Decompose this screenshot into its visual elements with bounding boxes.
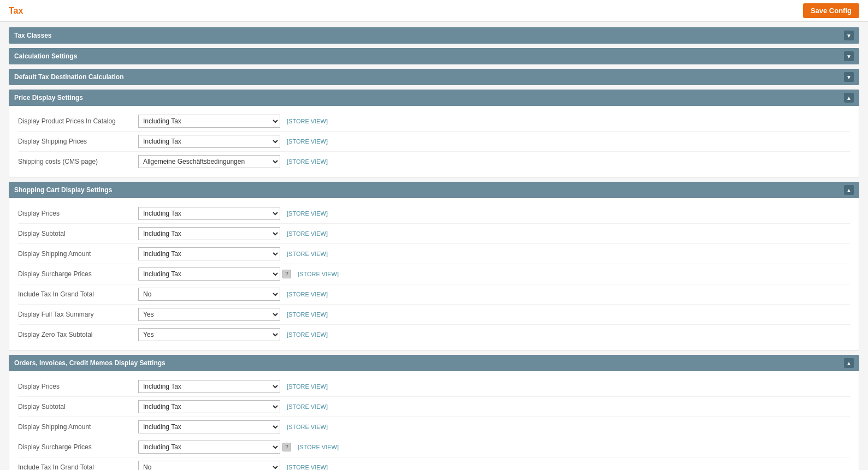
field-control-wrap-price-display-settings-0: Including TaxExcluding TaxIncluding and … bbox=[138, 115, 328, 128]
field-select-shopping-cart-display-0[interactable]: Including TaxExcluding TaxIncluding and … bbox=[138, 207, 280, 220]
section-header-tax-classes[interactable]: Tax Classes▼ bbox=[9, 27, 859, 44]
field-control-wrap-shopping-cart-display-6: YesNo[STORE VIEW] bbox=[138, 328, 328, 341]
field-select-orders-invoices-display-1[interactable]: Including TaxExcluding TaxIncluding and … bbox=[138, 400, 280, 413]
section-header-shopping-cart-display[interactable]: Shopping Cart Display Settings▲ bbox=[9, 182, 859, 198]
section-header-price-display-settings[interactable]: Price Display Settings▲ bbox=[9, 90, 859, 106]
section-toggle-orders-invoices-display[interactable]: ▲ bbox=[844, 358, 854, 368]
field-control-wrap-shopping-cart-display-3: Including TaxExcluding TaxIncluding and … bbox=[138, 267, 339, 281]
section-label-calculation-settings: Calculation Settings bbox=[14, 52, 77, 60]
store-view-link-shopping-cart-display-3[interactable]: [STORE VIEW] bbox=[298, 271, 339, 277]
field-control-wrap-orders-invoices-display-3: Including TaxExcluding TaxIncluding and … bbox=[138, 441, 339, 454]
field-select-orders-invoices-display-2[interactable]: Including TaxExcluding TaxIncluding and … bbox=[138, 420, 280, 433]
section-header-orders-invoices-display[interactable]: Orders, Invoices, Credit Memos Display S… bbox=[9, 355, 859, 371]
page-title: Tax bbox=[9, 6, 23, 16]
form-row: Display Shipping AmountIncluding TaxExcl… bbox=[18, 244, 850, 264]
save-config-button[interactable]: Save Config bbox=[803, 3, 859, 18]
field-control-wrap-orders-invoices-display-4: NoYes[STORE VIEW] bbox=[138, 461, 328, 470]
field-select-shopping-cart-display-4[interactable]: NoYes bbox=[138, 288, 280, 301]
store-view-link-price-display-settings-1[interactable]: [STORE VIEW] bbox=[287, 138, 328, 145]
section-toggle-calculation-settings[interactable]: ▼ bbox=[844, 51, 854, 61]
field-label-shopping-cart-display-0: Display Prices bbox=[18, 210, 138, 217]
store-view-link-shopping-cart-display-1[interactable]: [STORE VIEW] bbox=[287, 230, 328, 237]
form-row: Display Surcharge PricesIncluding TaxExc… bbox=[18, 437, 850, 457]
section-orders-invoices-display: Orders, Invoices, Credit Memos Display S… bbox=[9, 355, 859, 470]
field-select-shopping-cart-display-3[interactable]: Including TaxExcluding TaxIncluding and … bbox=[138, 267, 280, 281]
field-control-wrap-shopping-cart-display-4: NoYes[STORE VIEW] bbox=[138, 288, 328, 301]
store-view-link-orders-invoices-display-2[interactable]: [STORE VIEW] bbox=[287, 424, 328, 430]
field-label-price-display-settings-1: Display Shipping Prices bbox=[18, 138, 138, 145]
section-price-display-settings: Price Display Settings▲Display Product P… bbox=[9, 90, 859, 177]
form-row: Include Tax In Grand TotalNoYes[STORE VI… bbox=[18, 457, 850, 470]
main-content: Tax Classes▼Calculation Settings▼Default… bbox=[0, 22, 868, 470]
field-label-orders-invoices-display-3: Display Surcharge Prices bbox=[18, 443, 138, 451]
store-view-link-shopping-cart-display-2[interactable]: [STORE VIEW] bbox=[287, 251, 328, 257]
section-calculation-settings: Calculation Settings▼ bbox=[9, 48, 859, 64]
field-select-orders-invoices-display-3[interactable]: Including TaxExcluding TaxIncluding and … bbox=[138, 441, 280, 454]
field-select-shopping-cart-display-1[interactable]: Including TaxExcluding TaxIncluding and … bbox=[138, 227, 280, 240]
store-view-link-orders-invoices-display-3[interactable]: [STORE VIEW] bbox=[298, 444, 339, 450]
section-body-price-display-settings: Display Product Prices In CatalogIncludi… bbox=[9, 106, 859, 177]
field-select-shopping-cart-display-6[interactable]: YesNo bbox=[138, 328, 280, 341]
store-view-link-shopping-cart-display-0[interactable]: [STORE VIEW] bbox=[287, 210, 328, 217]
field-control-wrap-shopping-cart-display-5: YesNo[STORE VIEW] bbox=[138, 308, 328, 321]
field-control-wrap-orders-invoices-display-2: Including TaxExcluding TaxIncluding and … bbox=[138, 420, 328, 433]
field-control-wrap-orders-invoices-display-1: Including TaxExcluding TaxIncluding and … bbox=[138, 400, 328, 413]
field-label-shopping-cart-display-3: Display Surcharge Prices bbox=[18, 270, 138, 278]
section-header-default-tax-destination[interactable]: Default Tax Destination Calculation▼ bbox=[9, 69, 859, 85]
field-label-shopping-cart-display-4: Include Tax In Grand Total bbox=[18, 290, 138, 298]
section-body-shopping-cart-display: Display PricesIncluding TaxExcluding Tax… bbox=[9, 198, 859, 350]
form-row: Display Shipping AmountIncluding TaxExcl… bbox=[18, 417, 850, 437]
field-label-orders-invoices-display-1: Display Subtotal bbox=[18, 403, 138, 410]
field-label-orders-invoices-display-2: Display Shipping Amount bbox=[18, 423, 138, 431]
form-row: Display Product Prices In CatalogIncludi… bbox=[18, 111, 850, 132]
section-label-price-display-settings: Price Display Settings bbox=[14, 94, 83, 102]
field-select-orders-invoices-display-4[interactable]: NoYes bbox=[138, 461, 280, 470]
form-row: Display Surcharge PricesIncluding TaxExc… bbox=[18, 264, 850, 284]
field-select-orders-invoices-display-0[interactable]: Including TaxExcluding TaxIncluding and … bbox=[138, 380, 280, 393]
section-label-tax-classes: Tax Classes bbox=[14, 32, 52, 39]
field-select-price-display-settings-1[interactable]: Including TaxExcluding TaxIncluding and … bbox=[138, 135, 280, 148]
section-header-calculation-settings[interactable]: Calculation Settings▼ bbox=[9, 48, 859, 64]
field-select-shopping-cart-display-2[interactable]: Including TaxExcluding TaxIncluding and … bbox=[138, 247, 280, 260]
help-icon-orders-invoices-display-3[interactable]: ? bbox=[282, 443, 291, 451]
form-row: Shipping costs (CMS page)Allgemeine Gesc… bbox=[18, 152, 850, 171]
field-label-orders-invoices-display-0: Display Prices bbox=[18, 383, 138, 390]
field-label-shopping-cart-display-5: Display Full Tax Summary bbox=[18, 311, 138, 318]
field-control-wrap-price-display-settings-1: Including TaxExcluding TaxIncluding and … bbox=[138, 135, 328, 148]
store-view-link-orders-invoices-display-1[interactable]: [STORE VIEW] bbox=[287, 403, 328, 410]
field-label-price-display-settings-0: Display Product Prices In Catalog bbox=[18, 117, 138, 125]
section-toggle-default-tax-destination[interactable]: ▼ bbox=[844, 72, 854, 82]
section-default-tax-destination: Default Tax Destination Calculation▼ bbox=[9, 69, 859, 85]
store-view-link-price-display-settings-0[interactable]: [STORE VIEW] bbox=[287, 118, 328, 124]
store-view-link-shopping-cart-display-6[interactable]: [STORE VIEW] bbox=[287, 331, 328, 338]
field-label-shopping-cart-display-2: Display Shipping Amount bbox=[18, 250, 138, 258]
field-label-price-display-settings-2: Shipping costs (CMS page) bbox=[18, 158, 138, 165]
store-view-link-orders-invoices-display-0[interactable]: [STORE VIEW] bbox=[287, 383, 328, 390]
section-label-shopping-cart-display: Shopping Cart Display Settings bbox=[14, 186, 112, 194]
field-control-wrap-orders-invoices-display-0: Including TaxExcluding TaxIncluding and … bbox=[138, 380, 328, 393]
section-toggle-price-display-settings[interactable]: ▲ bbox=[844, 93, 854, 103]
section-body-orders-invoices-display: Display PricesIncluding TaxExcluding Tax… bbox=[9, 371, 859, 470]
form-row: Include Tax In Grand TotalNoYes[STORE VI… bbox=[18, 284, 850, 305]
store-view-link-orders-invoices-display-4[interactable]: [STORE VIEW] bbox=[287, 464, 328, 470]
section-label-default-tax-destination: Default Tax Destination Calculation bbox=[14, 73, 123, 81]
field-label-orders-invoices-display-4: Include Tax In Grand Total bbox=[18, 463, 138, 470]
form-row: Display Zero Tax SubtotalYesNo[STORE VIE… bbox=[18, 325, 850, 344]
store-view-link-shopping-cart-display-4[interactable]: [STORE VIEW] bbox=[287, 291, 328, 298]
field-control-wrap-shopping-cart-display-2: Including TaxExcluding TaxIncluding and … bbox=[138, 247, 328, 260]
store-view-link-price-display-settings-2[interactable]: [STORE VIEW] bbox=[287, 158, 328, 165]
form-row: Display PricesIncluding TaxExcluding Tax… bbox=[18, 204, 850, 224]
field-select-price-display-settings-2[interactable]: Allgemeine Geschäftsbedingungen bbox=[138, 155, 280, 168]
section-toggle-shopping-cart-display[interactable]: ▲ bbox=[844, 185, 854, 195]
form-row: Display PricesIncluding TaxExcluding Tax… bbox=[18, 377, 850, 397]
field-select-shopping-cart-display-5[interactable]: YesNo bbox=[138, 308, 280, 321]
section-shopping-cart-display: Shopping Cart Display Settings▲Display P… bbox=[9, 182, 859, 350]
section-tax-classes: Tax Classes▼ bbox=[9, 27, 859, 44]
section-toggle-tax-classes[interactable]: ▼ bbox=[844, 31, 854, 40]
form-row: Display Shipping PricesIncluding TaxExcl… bbox=[18, 132, 850, 152]
store-view-link-shopping-cart-display-5[interactable]: [STORE VIEW] bbox=[287, 311, 328, 318]
section-label-orders-invoices-display: Orders, Invoices, Credit Memos Display S… bbox=[14, 359, 166, 367]
field-control-wrap-shopping-cart-display-0: Including TaxExcluding TaxIncluding and … bbox=[138, 207, 328, 220]
help-icon-shopping-cart-display-3[interactable]: ? bbox=[282, 270, 291, 278]
field-select-price-display-settings-0[interactable]: Including TaxExcluding TaxIncluding and … bbox=[138, 115, 280, 128]
